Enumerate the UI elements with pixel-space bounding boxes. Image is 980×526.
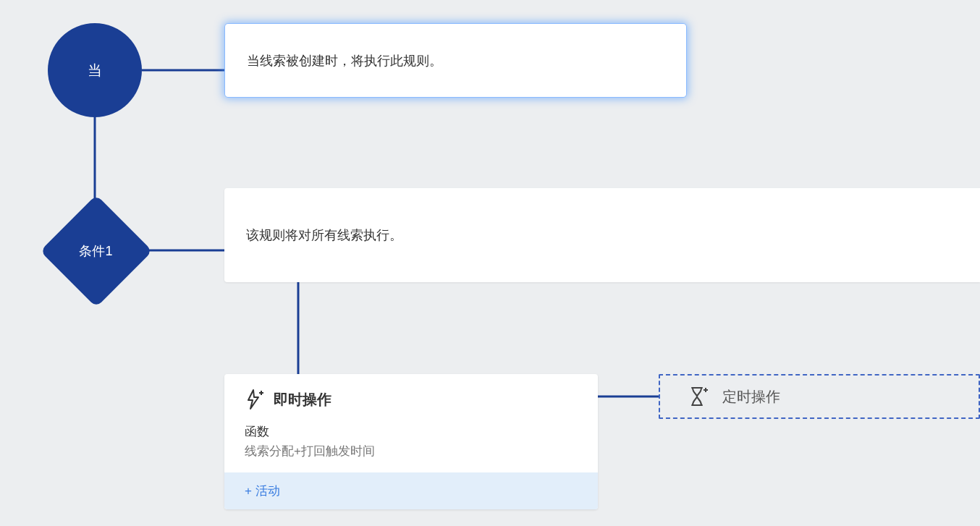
lightning-plus-icon xyxy=(245,389,263,410)
trigger-description-card[interactable]: 当线索被创建时，将执行此规则。 xyxy=(224,23,687,98)
instant-action-function-name: 线索分配+打回触发时间 xyxy=(245,443,578,459)
condition-node-label: 条件1 xyxy=(79,242,112,260)
trigger-node[interactable]: 当 xyxy=(48,23,142,117)
scheduled-action-card[interactable]: 定时操作 xyxy=(659,374,980,419)
instant-action-section-label: 函数 xyxy=(245,423,578,440)
instant-action-title: 即时操作 xyxy=(274,390,331,410)
condition-description-card[interactable]: 该规则将对所有线索执行。 xyxy=(224,188,980,282)
add-activity-button[interactable]: + 活动 xyxy=(245,484,280,498)
trigger-description-text: 当线索被创建时，将执行此规则。 xyxy=(247,52,442,69)
instant-action-header: 即时操作 xyxy=(224,374,598,416)
hourglass-plus-icon xyxy=(689,386,708,407)
instant-action-body: 函数 线索分配+打回触发时间 xyxy=(224,416,598,472)
condition-description-text: 该规则将对所有线索执行。 xyxy=(246,226,402,244)
condition-node[interactable]: 条件1 xyxy=(40,195,152,307)
instant-action-card[interactable]: 即时操作 函数 线索分配+打回触发时间 + 活动 xyxy=(224,374,598,509)
instant-action-footer: + 活动 xyxy=(224,472,598,509)
trigger-node-label: 当 xyxy=(88,61,102,80)
scheduled-action-title: 定时操作 xyxy=(722,387,780,407)
